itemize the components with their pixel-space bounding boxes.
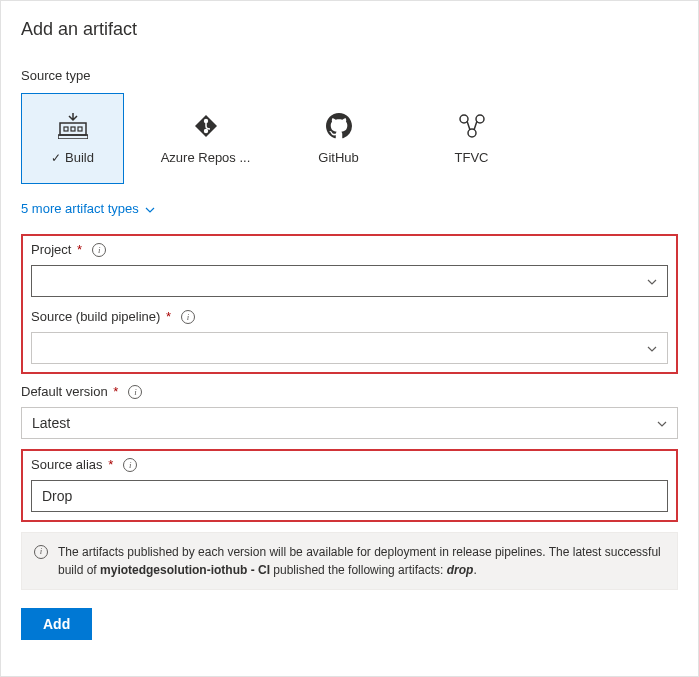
source-type-github-label: GitHub — [318, 150, 358, 165]
chevron-down-icon — [145, 201, 155, 216]
svg-point-9 — [468, 129, 476, 137]
svg-line-10 — [467, 121, 470, 130]
source-type-label: Source type — [21, 68, 678, 83]
checkmark-icon: ✓ — [51, 151, 61, 165]
svg-rect-2 — [71, 127, 75, 131]
project-label: Project * — [31, 242, 82, 257]
source-alias-input[interactable] — [31, 480, 668, 512]
source-type-build-label: ✓ Build — [51, 150, 94, 165]
source-type-github[interactable]: GitHub — [287, 93, 390, 184]
chevron-down-icon — [647, 343, 657, 354]
svg-rect-1 — [64, 127, 68, 131]
page-title: Add an artifact — [21, 19, 678, 40]
source-type-tfvc-label: TFVC — [455, 150, 489, 165]
source-pipeline-label: Source (build pipeline) * — [31, 309, 171, 324]
svg-point-5 — [203, 119, 207, 123]
default-version-label: Default version * — [21, 384, 118, 399]
info-icon[interactable]: i — [123, 458, 137, 472]
info-icon[interactable]: i — [181, 310, 195, 324]
source-alias-label: Source alias * — [31, 457, 113, 472]
svg-rect-4 — [58, 135, 88, 139]
chevron-down-icon — [647, 276, 657, 287]
info-icon[interactable]: i — [92, 243, 106, 257]
artifacts-info-text: The artifacts published by each version … — [58, 543, 665, 579]
add-button[interactable]: Add — [21, 608, 92, 640]
azure-repos-icon — [191, 112, 221, 140]
project-select[interactable] — [31, 265, 668, 297]
source-type-azure-repos[interactable]: Azure Repos ... — [154, 93, 257, 184]
svg-line-11 — [474, 121, 477, 130]
more-artifact-types-link[interactable]: 5 more artifact types — [21, 201, 155, 216]
source-type-build[interactable]: ✓ Build — [21, 93, 124, 184]
build-icon — [58, 112, 88, 140]
github-icon — [324, 112, 354, 140]
project-source-highlight: Project * i Source (build pipeline) * i — [21, 234, 678, 374]
source-type-azure-repos-label: Azure Repos ... — [161, 150, 251, 165]
default-version-select[interactable]: Latest — [21, 407, 678, 439]
default-version-group: Default version * i Latest — [21, 384, 678, 439]
chevron-down-icon — [657, 418, 667, 429]
svg-point-6 — [203, 129, 207, 133]
source-type-tfvc[interactable]: TFVC — [420, 93, 523, 184]
info-icon[interactable]: i — [128, 385, 142, 399]
artifacts-info-box: i The artifacts published by each versio… — [21, 532, 678, 590]
tfvc-icon — [457, 112, 487, 140]
source-type-options: ✓ Build Azure Repos ... GitHub — [21, 93, 678, 184]
svg-rect-3 — [78, 127, 82, 131]
source-alias-highlight: Source alias * i — [21, 449, 678, 522]
source-pipeline-select[interactable] — [31, 332, 668, 364]
info-icon: i — [34, 545, 48, 559]
